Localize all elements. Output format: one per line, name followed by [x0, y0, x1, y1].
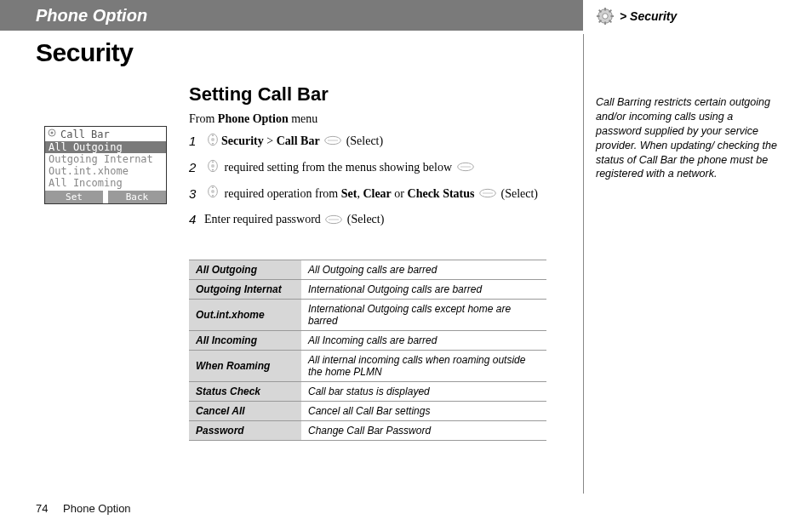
step: 2 required setting from the menus showin…: [189, 158, 546, 178]
option-desc: Change Call Bar Password: [301, 421, 546, 441]
column-divider: [583, 34, 584, 494]
option-desc: All Outgoing calls are barred: [301, 260, 546, 280]
svg-point-11: [211, 138, 214, 141]
table-row: Out.int.xhomeInternational Outgoing call…: [189, 300, 546, 331]
nav-icon: [206, 159, 220, 178]
breadcrumb: > Security: [596, 7, 677, 26]
phone-title: Call Bar: [60, 128, 110, 140]
option-term: Out.int.xhome: [189, 300, 301, 331]
option-desc: Call bar status is displayed: [301, 382, 546, 402]
step-number: 1: [189, 132, 199, 151]
select-icon: [324, 133, 341, 151]
svg-point-15: [211, 164, 214, 168]
select-icon: [479, 186, 496, 203]
phone-title-row: Call Bar: [45, 127, 166, 141]
svg-point-19: [211, 190, 214, 193]
table-row: PasswordChange Call Bar Password: [189, 421, 546, 441]
step: 1Security > Call Bar (Select): [189, 132, 546, 151]
option-term: All Outgoing: [189, 260, 301, 280]
phone-menu-item[interactable]: All Incoming: [45, 177, 166, 189]
step-number: 4: [189, 210, 199, 230]
step-body: required operation from Set, Clear or Ch…: [204, 185, 538, 204]
step-body: Security > Call Bar (Select): [204, 132, 383, 151]
svg-point-25: [51, 132, 54, 134]
option-desc: All Incoming calls are barred: [301, 331, 546, 351]
option-term: When Roaming: [189, 351, 301, 382]
options-table: All OutgoingAll Outgoing calls are barre…: [189, 260, 546, 441]
phone-icon: [47, 128, 57, 140]
page-number: 74: [36, 502, 48, 515]
nav-icon: [206, 133, 220, 151]
step-body: required setting from the menus showing …: [204, 158, 476, 178]
table-row: Outgoing InternatInternational Outgoing …: [189, 280, 546, 300]
table-row: All OutgoingAll Outgoing calls are barre…: [189, 260, 546, 280]
softkey-right[interactable]: Back: [108, 191, 166, 203]
option-term: All Incoming: [189, 331, 301, 351]
option-term: Status Check: [189, 382, 301, 402]
footer: 74 Phone Option: [36, 502, 131, 515]
table-row: Status CheckCall bar status is displayed: [189, 382, 546, 402]
step-number: 2: [189, 158, 199, 178]
phone-menu-item[interactable]: All Outgoing: [45, 141, 166, 153]
option-desc: International Outgoing calls are barred: [301, 280, 546, 300]
intro-line: From Phone Option menu: [189, 112, 317, 126]
phone-softkeys: Set Back: [45, 191, 166, 203]
breadcrumb-text: > Security: [620, 9, 677, 23]
step-body: Enter required password (Select): [204, 210, 384, 230]
option-desc: All internal incoming calls when roaming…: [301, 351, 546, 382]
nav-icon: [206, 185, 220, 203]
svg-point-1: [603, 14, 608, 19]
step: 4Enter required password (Select): [189, 210, 546, 230]
select-icon: [457, 159, 474, 177]
phone-screen: Call Bar All OutgoingOutgoing InternatOu…: [44, 126, 167, 204]
table-row: All IncomingAll Incoming calls are barre…: [189, 331, 546, 351]
sidebar-note: Call Barring restricts certain outgoing …: [596, 95, 781, 181]
phone-menu-item[interactable]: Outgoing Internat: [45, 153, 166, 165]
option-desc: Cancel all Call Bar settings: [301, 402, 546, 421]
section-heading: Setting Call Bar: [189, 83, 329, 106]
phone-menu-item[interactable]: Out.int.xhome: [45, 165, 166, 177]
page-heading: Security: [36, 38, 133, 67]
steps-list: 1Security > Call Bar (Select)2 required …: [189, 132, 546, 237]
gear-icon: [596, 7, 615, 26]
header-title: Phone Option: [36, 6, 147, 26]
option-term: Cancel All: [189, 402, 301, 421]
intro-suffix: menu: [289, 112, 318, 125]
step-number: 3: [189, 185, 199, 204]
option-term: Password: [189, 421, 301, 441]
table-row: When RoamingAll internal incoming calls …: [189, 351, 546, 382]
intro-prefix: From: [189, 112, 218, 125]
option-term: Outgoing Internat: [189, 280, 301, 300]
table-row: Cancel AllCancel all Call Bar settings: [189, 402, 546, 421]
option-desc: International Outgoing calls except home…: [301, 300, 546, 331]
footer-section: Phone Option: [63, 502, 131, 515]
header-bar: Phone Option: [0, 0, 583, 31]
intro-bold: Phone Option: [218, 112, 289, 125]
step: 3 required operation from Set, Clear or …: [189, 185, 546, 204]
softkey-left[interactable]: Set: [45, 191, 108, 203]
select-icon: [325, 212, 342, 230]
